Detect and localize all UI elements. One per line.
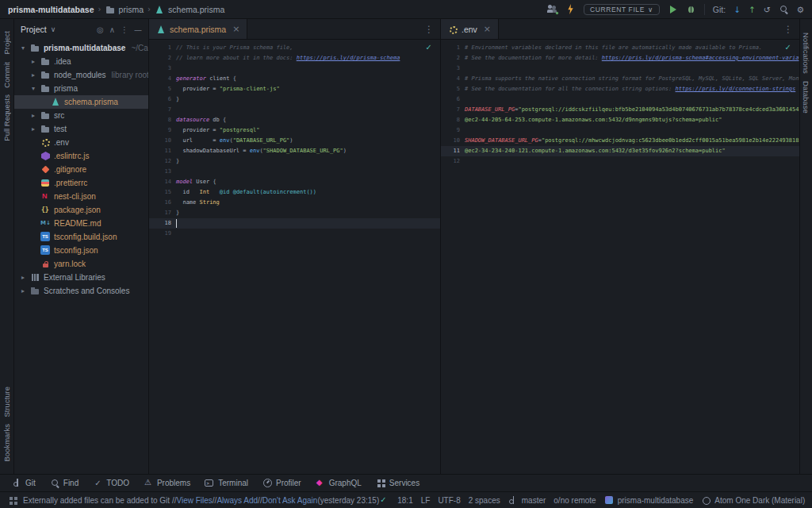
line-number[interactable]: 6 [441, 94, 460, 105]
line-number[interactable]: 10 [149, 136, 171, 146]
toolwindow-button-profiler[interactable]: Profiler [257, 476, 307, 490]
status-inspections-status[interactable] [379, 495, 389, 506]
line-number[interactable]: 14 [149, 177, 171, 187]
tree-item-prisma[interactable]: ▾prisma [14, 82, 148, 95]
code-line[interactable] [465, 125, 799, 136]
tab-schema-prisma[interactable]: schema.prisma × [149, 19, 247, 39]
code-line[interactable]: datasource db { [176, 115, 400, 125]
tree-item-src[interactable]: ▸src [14, 109, 148, 122]
chevron-right-icon[interactable]: ▸ [19, 274, 27, 281]
line-number[interactable]: 17 [149, 208, 171, 218]
line-number[interactable]: 3 [441, 64, 460, 74]
line-number[interactable]: 4 [149, 74, 171, 84]
status-project-name[interactable]: prisma-multidatabase [604, 495, 694, 506]
breadcrumb-file[interactable]: schema.prisma [168, 5, 224, 14]
chevron-down-icon[interactable]: ∨ [51, 25, 56, 33]
code-line[interactable]: id Int @id @default(autoincrement()) [176, 187, 400, 198]
code-line[interactable]: // learn more about it in the docs: http… [176, 53, 400, 64]
code-line[interactable]: shadowDatabaseUrl = env("SHADOW_DATABASE… [176, 146, 400, 156]
editor-options-icon[interactable]: ⋮ [418, 24, 440, 35]
tree-item-prisma-multidatabase[interactable]: ▾prisma-multidatabase~/CabbageApp... [14, 41, 148, 55]
code-line[interactable]: } [176, 208, 400, 218]
inspections-ok-icon[interactable]: ✓ [426, 42, 432, 52]
tool-stripe-pull-requests[interactable]: Pull Requests [2, 94, 11, 141]
status-indent-setting[interactable]: 2 spaces [469, 496, 500, 505]
editor-schema-prisma[interactable]: 12345678910111213141516171819 // This is… [149, 40, 440, 474]
line-number[interactable]: 11 [149, 146, 171, 156]
chevron-down-icon[interactable]: ▾ [19, 44, 27, 52]
chevron-right-icon[interactable]: ▸ [29, 71, 37, 79]
line-number[interactable]: 18 [149, 218, 171, 229]
project-panel-title[interactable]: Project [21, 25, 47, 34]
toolwindow-button-todo[interactable]: TODO [87, 476, 135, 490]
line-number[interactable]: 9 [441, 125, 460, 136]
breadcrumb-folder[interactable]: prisma [119, 5, 144, 14]
panel-options-icon[interactable]: ⋮ [121, 25, 128, 34]
code-line[interactable]: SHADOW_DATABASE_URL_PG="postgresql://mhw… [465, 136, 799, 146]
tree-item-nest-cli.json[interactable]: nest-cli.json [14, 190, 148, 203]
status-link[interactable]: Don't Ask Again [262, 496, 318, 505]
settings-gear-icon[interactable]: ⚙ [797, 5, 804, 14]
collapse-all-icon[interactable]: ∧ [109, 25, 115, 34]
code-line[interactable]: provider = "postgresql" [176, 125, 400, 136]
status-link[interactable]: Always Add [216, 496, 258, 505]
status-caret-position[interactable]: 18:1 [397, 496, 412, 505]
code-line[interactable]: // This is your Prisma schema file, [176, 43, 400, 53]
chevron-right-icon[interactable]: ▸ [29, 58, 37, 65]
toolwindow-button-terminal[interactable]: Terminal [199, 476, 254, 490]
editor-env[interactable]: 123456789101112 # Environment variables … [441, 40, 799, 474]
code-line[interactable]: @ec2-34-234-240-121.compute-1.amazonaws.… [465, 146, 799, 156]
toolwindow-button-problems[interactable]: Problems [138, 476, 196, 490]
run-button[interactable] [668, 4, 678, 14]
tree-item-README.md[interactable]: README.md [14, 217, 148, 230]
line-number[interactable]: 1 [149, 43, 171, 53]
tool-stripe-structure[interactable]: Structure [2, 387, 11, 418]
git-update-icon[interactable]: ↓ [733, 5, 741, 14]
tree-item-node_modules[interactable]: ▸node_moduleslibrary root [14, 68, 148, 82]
editor-options-icon[interactable]: ⋮ [777, 24, 799, 35]
chevron-right-icon[interactable]: ▸ [19, 287, 27, 294]
code-line[interactable]: url = env("DATABASE_URL_PG") [176, 136, 400, 146]
toolwindow-button-graphql[interactable]: GraphQL [310, 476, 367, 490]
toolwindow-button-services[interactable]: Services [370, 476, 425, 490]
code-line[interactable]: name String [176, 198, 400, 208]
code-line[interactable]: # Prisma supports the native connection … [465, 74, 799, 84]
tree-item-schema.prisma[interactable]: schema.prisma [14, 95, 148, 109]
code-line[interactable] [176, 64, 400, 74]
line-number[interactable]: 6 [149, 94, 171, 105]
git-history-icon[interactable]: ↺ [764, 5, 771, 14]
tree-item-.env[interactable]: .env [14, 136, 148, 149]
tool-stripe-database[interactable]: Database [802, 81, 810, 114]
code-line[interactable] [465, 64, 799, 74]
collaboration-icon[interactable] [547, 4, 557, 14]
chevron-right-icon[interactable]: ▸ [29, 112, 37, 119]
line-number[interactable]: 8 [441, 115, 460, 125]
tree-item-.idea[interactable]: ▸.idea [14, 55, 148, 68]
tree-item-External Libraries[interactable]: ▸External Libraries [14, 271, 148, 284]
chevron-right-icon[interactable]: ▸ [29, 125, 37, 133]
code-line[interactable] [465, 156, 799, 167]
search-everywhere-icon[interactable] [779, 4, 789, 14]
line-number[interactable]: 1 [441, 43, 460, 53]
status-git-branch[interactable]: master [508, 495, 546, 506]
line-number[interactable]: 3 [149, 64, 171, 74]
debug-button[interactable] [686, 4, 696, 14]
code-line[interactable]: # Environment variables declared in this… [465, 43, 799, 53]
line-number[interactable]: 12 [149, 156, 171, 167]
tool-stripe-commit[interactable]: Commit [2, 62, 11, 88]
code-line[interactable]: model User { [176, 177, 400, 187]
code-line[interactable]: # See the documentation for more detail:… [465, 53, 799, 64]
line-number[interactable]: 12 [441, 156, 460, 167]
line-number[interactable]: 2 [441, 53, 460, 64]
tool-stripe-bookmarks[interactable]: Bookmarks [2, 424, 11, 462]
tree-item-tsconfig.build.json[interactable]: tsconfig.build.json [14, 230, 148, 244]
tool-stripe-project[interactable]: Project [2, 31, 11, 55]
tree-item-Scratches and Consoles[interactable]: ▸Scratches and Consoles [14, 284, 148, 298]
lightning-icon[interactable] [565, 4, 576, 14]
git-push-icon[interactable]: ↑ [749, 5, 756, 14]
locate-file-icon[interactable]: ◎ [97, 25, 104, 34]
code-area[interactable]: # Environment variables declared in this… [465, 43, 799, 167]
tree-item-.prettierrc[interactable]: .prettierrc [14, 176, 148, 190]
status-git-remote-status[interactable]: o/no remote [553, 496, 596, 505]
line-number[interactable]: 2 [149, 53, 171, 64]
